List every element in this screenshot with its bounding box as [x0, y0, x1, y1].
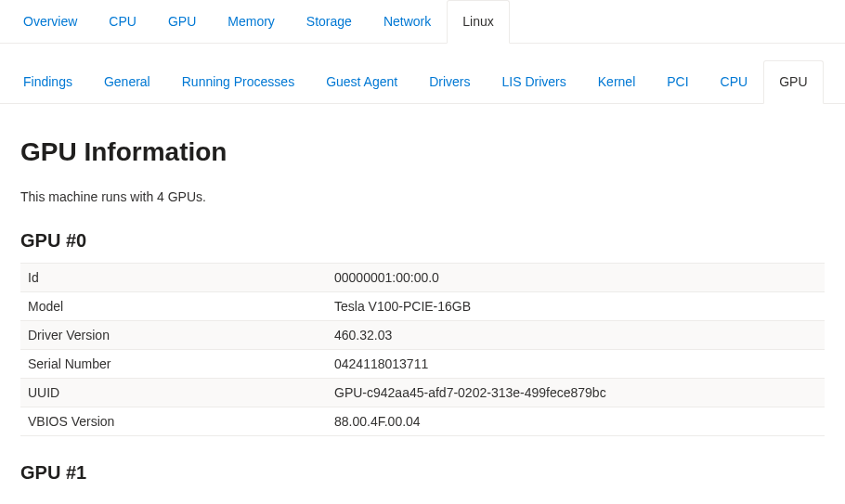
subtab-drivers[interactable]: Drivers [413, 60, 486, 103]
tab-cpu[interactable]: CPU [93, 0, 152, 43]
content-area: GPU Information This machine runs with 4… [0, 104, 845, 504]
property-key: UUID [20, 379, 327, 407]
gpu-container: GPU #0Id00000001:00:00.0ModelTesla V100-… [20, 230, 825, 484]
table-row: Serial Number0424118013711 [20, 350, 825, 379]
table-row: Driver Version460.32.03 [20, 321, 825, 350]
table-row: UUIDGPU-c942aa45-afd7-0202-313e-499fece8… [20, 379, 825, 407]
tab-overview[interactable]: Overview [7, 0, 93, 43]
page-summary: This machine runs with 4 GPUs. [20, 189, 825, 204]
table-row: VBIOS Version88.00.4F.00.04 [20, 407, 825, 436]
secondary-tabs: FindingsGeneralRunning ProcessesGuest Ag… [0, 60, 845, 104]
gpu-info-table: Id00000001:00:00.0ModelTesla V100-PCIE-1… [20, 263, 825, 436]
gpu-section-heading: GPU #1 [20, 462, 825, 484]
property-value: 00000001:00:00.0 [327, 264, 825, 292]
table-row: ModelTesla V100-PCIE-16GB [20, 292, 825, 321]
property-key: VBIOS Version [20, 407, 327, 436]
tab-network[interactable]: Network [368, 0, 447, 43]
subtab-cpu[interactable]: CPU [705, 60, 764, 103]
subtab-gpu[interactable]: GPU [763, 60, 823, 104]
tab-memory[interactable]: Memory [212, 0, 291, 43]
property-key: Driver Version [20, 321, 327, 350]
tab-storage[interactable]: Storage [291, 0, 368, 43]
subtab-findings[interactable]: Findings [7, 60, 88, 103]
subtab-general[interactable]: General [88, 60, 166, 103]
property-key: Model [20, 292, 327, 321]
property-key: Serial Number [20, 350, 327, 379]
property-value: 460.32.03 [327, 321, 825, 350]
subtab-lis-drivers[interactable]: LIS Drivers [487, 60, 582, 103]
property-value: 88.00.4F.00.04 [327, 407, 825, 436]
property-value: 0424118013711 [327, 350, 825, 379]
primary-tabs: OverviewCPUGPUMemoryStorageNetworkLinux [0, 0, 845, 44]
subtab-kernel[interactable]: Kernel [582, 60, 651, 103]
table-row: Id00000001:00:00.0 [20, 264, 825, 292]
property-value: GPU-c942aa45-afd7-0202-313e-499fece879bc [327, 379, 825, 407]
subtab-guest-agent[interactable]: Guest Agent [310, 60, 413, 103]
subtab-running-processes[interactable]: Running Processes [166, 60, 310, 103]
subtab-pci[interactable]: PCI [651, 60, 704, 103]
property-key: Id [20, 264, 327, 292]
tab-linux[interactable]: Linux [447, 0, 509, 44]
tab-gpu[interactable]: GPU [152, 0, 212, 43]
page-title: GPU Information [20, 137, 825, 167]
gpu-section-heading: GPU #0 [20, 230, 825, 252]
property-value: Tesla V100-PCIE-16GB [327, 292, 825, 321]
